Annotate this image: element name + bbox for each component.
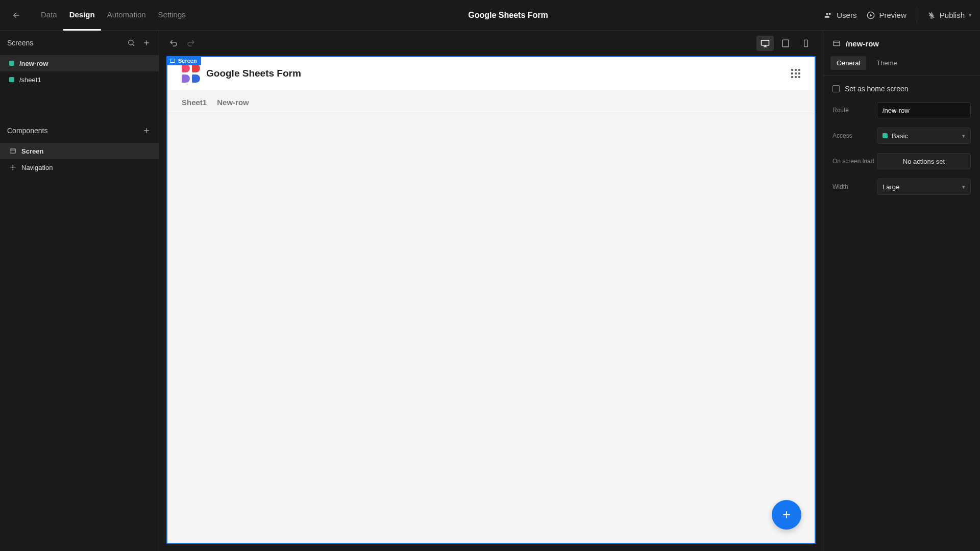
component-item-screen[interactable]: Screen: [0, 143, 159, 159]
window-icon: [169, 58, 176, 64]
home-screen-checkbox-row[interactable]: Set as home screen: [832, 85, 971, 93]
screen-item-new-row[interactable]: /new-row: [0, 55, 159, 71]
preview-button[interactable]: Preview: [867, 11, 906, 19]
status-dot: [883, 133, 888, 138]
mobile-icon: [802, 39, 810, 47]
search-icon: [127, 39, 135, 47]
tablet-icon: [781, 39, 790, 48]
component-item-navigation[interactable]: Navigation: [0, 159, 159, 176]
device-mobile-button[interactable]: [797, 36, 815, 51]
screen-selection-tag[interactable]: Screen: [166, 56, 201, 65]
checkbox-icon: [832, 85, 840, 92]
canvas-tab-sheet1[interactable]: Sheet1: [182, 98, 207, 114]
canvas-tab-new-row[interactable]: New-row: [217, 98, 249, 114]
right-panel-title: /new-row: [846, 39, 879, 48]
svg-point-4: [12, 167, 13, 168]
publish-button[interactable]: Publish ▾: [927, 11, 972, 19]
canvas-app-title: Google Sheets Form: [206, 68, 301, 79]
svg-rect-8: [170, 59, 175, 63]
device-tablet-button[interactable]: [777, 36, 794, 51]
canvas-header: Google Sheets Form: [167, 57, 815, 90]
right-tab-general[interactable]: General: [830, 56, 866, 70]
access-label: Access: [832, 132, 852, 139]
svg-rect-5: [762, 40, 769, 45]
width-value: Large: [883, 183, 899, 191]
components-heading: Components: [7, 127, 47, 135]
apps-grid-icon[interactable]: [791, 69, 800, 78]
users-button[interactable]: Users: [824, 11, 856, 19]
redo-icon: [186, 39, 195, 48]
route-input[interactable]: [877, 102, 971, 118]
access-select[interactable]: Basic ▾: [877, 128, 971, 144]
status-dot: [9, 77, 14, 82]
component-item-label: Navigation: [21, 164, 53, 171]
canvas-screen[interactable]: Google Sheets Form Sheet1 New-row +: [166, 56, 816, 544]
access-value: Basic: [892, 132, 908, 140]
tab-automation[interactable]: Automation: [101, 0, 152, 31]
window-icon: [832, 39, 841, 47]
desktop-icon: [761, 39, 770, 48]
home-screen-label: Set as home screen: [845, 85, 909, 93]
component-item-label: Screen: [21, 147, 43, 155]
plus-icon: +: [782, 507, 791, 523]
redo-button[interactable]: [185, 37, 197, 49]
right-tab-theme[interactable]: Theme: [870, 56, 903, 70]
back-button[interactable]: [8, 7, 24, 23]
svg-rect-9: [834, 41, 840, 45]
undo-icon: [169, 39, 178, 48]
svg-rect-3: [10, 149, 16, 153]
play-icon: [867, 11, 875, 19]
screen-tag-label: Screen: [178, 58, 197, 64]
users-label: Users: [837, 11, 856, 19]
device-desktop-button[interactable]: [756, 36, 774, 51]
preview-label: Preview: [879, 11, 906, 19]
tab-data[interactable]: Data: [35, 0, 63, 31]
publish-label: Publish: [940, 11, 965, 19]
tab-design[interactable]: Design: [63, 0, 101, 31]
plus-icon: [142, 39, 151, 47]
main-nav-tabs: Data Design Automation Settings: [35, 0, 192, 31]
route-label: Route: [832, 107, 849, 114]
undo-button[interactable]: [167, 37, 180, 49]
users-icon: [824, 11, 832, 19]
screen-item-label: /sheet1: [19, 76, 41, 84]
search-screens-button[interactable]: [126, 38, 136, 48]
plus-icon: [142, 127, 151, 135]
screens-heading: Screens: [7, 39, 33, 47]
screen-item-sheet1[interactable]: /sheet1: [0, 71, 159, 88]
window-icon: [9, 147, 16, 155]
add-screen-button[interactable]: [141, 38, 152, 48]
width-label: Width: [832, 183, 848, 190]
tab-settings[interactable]: Settings: [152, 0, 192, 31]
screen-item-label: /new-row: [19, 60, 48, 67]
chevron-down-icon: ▾: [962, 184, 965, 190]
svg-point-2: [129, 40, 133, 45]
chevron-down-icon: ▾: [962, 133, 965, 139]
divider: [917, 7, 917, 23]
on-screen-load-value: No actions set: [903, 158, 945, 165]
canvas-nav-tabs: Sheet1 New-row: [167, 90, 815, 114]
publish-icon: [927, 11, 936, 19]
app-logo: [182, 64, 200, 83]
app-title: Google Sheets Form: [192, 11, 824, 20]
on-screen-load-label: On screen load: [832, 158, 874, 165]
screen-list: /new-row /sheet1: [0, 55, 159, 88]
svg-rect-7: [804, 40, 808, 46]
on-screen-load-button[interactable]: No actions set: [877, 153, 971, 169]
add-component-button[interactable]: [141, 126, 152, 136]
navigation-icon: [9, 164, 16, 171]
svg-rect-6: [782, 40, 789, 47]
width-select[interactable]: Large ▾: [877, 179, 971, 195]
status-dot: [9, 61, 14, 66]
chevron-down-icon: ▾: [969, 12, 972, 18]
fab-add-button[interactable]: +: [772, 500, 801, 530]
